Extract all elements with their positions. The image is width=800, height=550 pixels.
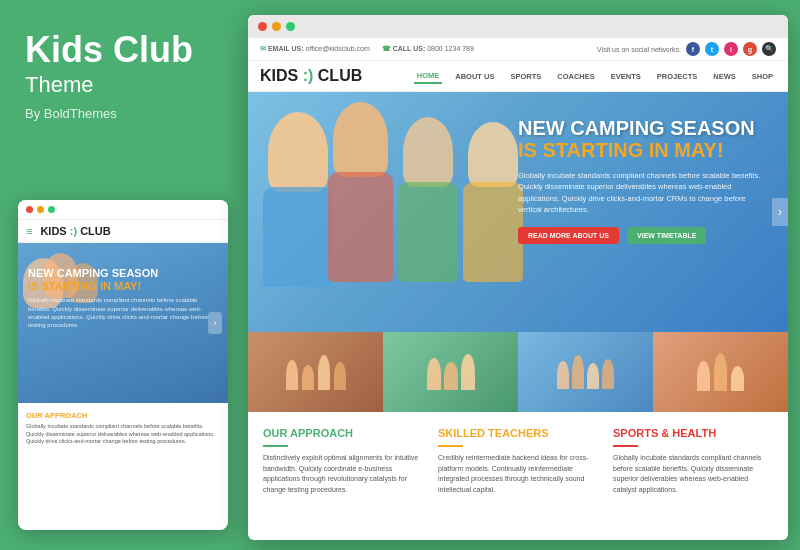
theme-author: By BoldThemes bbox=[25, 106, 215, 121]
envelope-icon: ✉ bbox=[260, 45, 266, 52]
mobile-preview: ≡ KIDS :) CLUB NEW CAMPING SEASON IS STA… bbox=[18, 200, 228, 530]
photo-strip-item-3 bbox=[518, 332, 653, 412]
site-topbar: ✉ EMAIL US: office@kidsclub.com ☎ CALL U… bbox=[248, 38, 788, 61]
section-teachers: SKILLED TEACHERS Credibly reintermediate… bbox=[438, 427, 598, 495]
browser-top-bar bbox=[248, 15, 788, 38]
nav-home[interactable]: HOME bbox=[414, 69, 443, 84]
site-hero: NEW CAMPING SEASON IS STARTING IN MAY! G… bbox=[248, 92, 788, 332]
left-panel: Kids Club Theme By BoldThemes ≡ KIDS :) … bbox=[0, 0, 240, 550]
email-value: office@kidsclub.com bbox=[306, 45, 370, 52]
mobile-section-text: Globally incubate standards compliant ch… bbox=[26, 423, 220, 446]
mobile-dot-red bbox=[26, 206, 33, 213]
mobile-dot-green bbox=[48, 206, 55, 213]
twitter-icon[interactable]: t bbox=[705, 42, 719, 56]
hero-buttons: READ MORE ABOUT US VIEW TIMETABLE bbox=[518, 227, 768, 244]
logo-kids: KIDS bbox=[260, 67, 298, 84]
nav-projects[interactable]: PROJECTS bbox=[654, 70, 700, 83]
section-approach-title: OUR APPROACH bbox=[263, 427, 423, 439]
phone-value: 0800 1234 789 bbox=[427, 45, 474, 52]
nav-coaches[interactable]: COACHES bbox=[554, 70, 598, 83]
mobile-top-bar bbox=[18, 200, 228, 220]
browser-dot-yellow bbox=[272, 22, 281, 31]
site-logo: KIDS :) CLUB bbox=[260, 67, 362, 85]
photo-strip-item-1 bbox=[248, 332, 383, 412]
facebook-icon[interactable]: f bbox=[686, 42, 700, 56]
section-sports: SPORTS & HEALTH Globally incubate standa… bbox=[613, 427, 773, 495]
section-teachers-text: Credibly reintermediate backend ideas fo… bbox=[438, 453, 598, 495]
nav-sports[interactable]: SPORTS bbox=[507, 70, 544, 83]
mobile-next-arrow[interactable]: › bbox=[208, 312, 222, 334]
mobile-logo: KIDS :) CLUB bbox=[40, 225, 110, 237]
logo-club: CLUB bbox=[318, 67, 362, 84]
section-teachers-title: SKILLED TEACHERS bbox=[438, 427, 598, 439]
theme-title: Kids Club bbox=[25, 30, 215, 70]
site-sections: OUR APPROACH Distinctively exploit optim… bbox=[248, 412, 788, 505]
section-sports-title: SPORTS & HEALTH bbox=[613, 427, 773, 439]
hero-highlight: IS STARTING IN MAY! bbox=[518, 139, 768, 162]
nav-about[interactable]: ABOUT US bbox=[452, 70, 497, 83]
site-topbar-right: Visit us on social networks: f t i g 🔍 bbox=[597, 42, 776, 56]
mobile-hero-text: NEW CAMPING SEASON IS STARTING IN MAY! G… bbox=[28, 267, 218, 330]
read-more-button[interactable]: READ MORE ABOUT US bbox=[518, 227, 619, 244]
photo-strip bbox=[248, 332, 788, 412]
hero-photo-area bbox=[248, 92, 558, 332]
browser-dot-green bbox=[286, 22, 295, 31]
social-label: Visit us on social networks: bbox=[597, 46, 681, 53]
phone-label-text: CALL US: bbox=[393, 45, 426, 52]
section-approach-text: Distinctively exploit optimal alignments… bbox=[263, 453, 423, 495]
site-header: ✉ EMAIL US: office@kidsclub.com ☎ CALL U… bbox=[248, 38, 788, 92]
email-label: ✉ EMAIL US: office@kidsclub.com bbox=[260, 45, 370, 53]
site-nav: HOME ABOUT US SPORTS COACHES EVENTS PROJ… bbox=[414, 69, 776, 84]
browser-dot-red bbox=[258, 22, 267, 31]
google-plus-icon[interactable]: g bbox=[743, 42, 757, 56]
site-navbar: KIDS :) CLUB HOME ABOUT US SPORTS COACHE… bbox=[248, 61, 788, 91]
nav-shop[interactable]: SHOP bbox=[749, 70, 776, 83]
mobile-nav-bar: ≡ KIDS :) CLUB bbox=[18, 220, 228, 243]
search-icon[interactable]: 🔍 bbox=[762, 42, 776, 56]
photo-strip-item-4 bbox=[653, 332, 788, 412]
theme-subtitle: Theme bbox=[25, 72, 215, 98]
mobile-dot-yellow bbox=[37, 206, 44, 213]
phone-label: ☎ CALL US: 0800 1234 789 bbox=[382, 45, 474, 53]
section-sports-text: Globally incubate standards compliant ch… bbox=[613, 453, 773, 495]
mobile-hero-highlight: IS STARTING IN MAY! bbox=[28, 280, 218, 292]
mobile-hero-desc: Globally incubate standards compliant ch… bbox=[28, 296, 218, 330]
browser-preview: ✉ EMAIL US: office@kidsclub.com ☎ CALL U… bbox=[248, 15, 788, 540]
section-approach: OUR APPROACH Distinctively exploit optim… bbox=[263, 427, 423, 495]
hero-desc: Globally incubate standards compliant ch… bbox=[518, 170, 768, 215]
mobile-hero-title: NEW CAMPING SEASON bbox=[28, 267, 218, 280]
section-sports-underline bbox=[613, 445, 638, 447]
email-label-text: EMAIL US: bbox=[268, 45, 304, 52]
mobile-section-title: OUR APPROACH bbox=[26, 411, 220, 420]
site-topbar-left: ✉ EMAIL US: office@kidsclub.com ☎ CALL U… bbox=[260, 45, 474, 53]
phone-icon: ☎ bbox=[382, 45, 391, 52]
hero-next-arrow[interactable]: › bbox=[772, 198, 788, 226]
section-approach-underline bbox=[263, 445, 288, 447]
mobile-sections: OUR APPROACH Globally incubate standards… bbox=[18, 403, 228, 454]
hero-content: NEW CAMPING SEASON IS STARTING IN MAY! G… bbox=[518, 117, 768, 244]
nav-news[interactable]: NEWS bbox=[710, 70, 739, 83]
instagram-icon[interactable]: i bbox=[724, 42, 738, 56]
nav-events[interactable]: EVENTS bbox=[608, 70, 644, 83]
section-teachers-underline bbox=[438, 445, 463, 447]
logo-smile: :) bbox=[303, 67, 318, 84]
photo-strip-item-2 bbox=[383, 332, 518, 412]
hero-title: NEW CAMPING SEASON bbox=[518, 117, 768, 139]
timetable-button[interactable]: VIEW TIMETABLE bbox=[627, 227, 706, 244]
hamburger-icon: ≡ bbox=[26, 225, 32, 237]
mobile-hero: NEW CAMPING SEASON IS STARTING IN MAY! G… bbox=[18, 243, 228, 403]
